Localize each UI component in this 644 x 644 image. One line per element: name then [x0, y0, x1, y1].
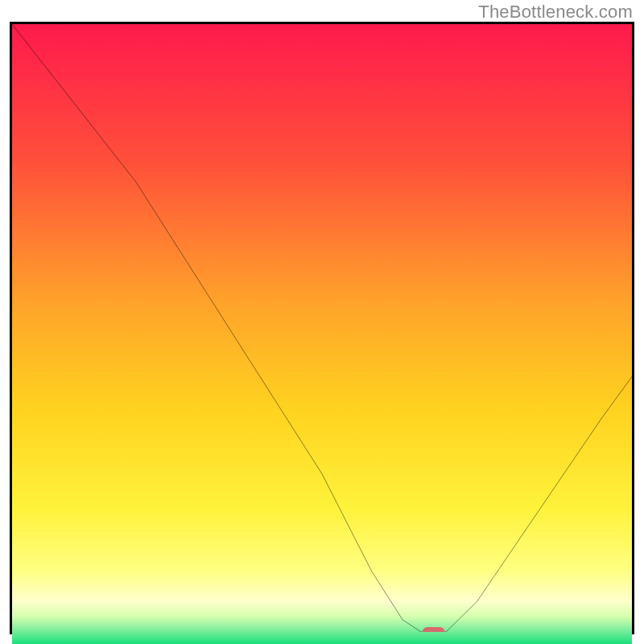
svg-rect-0	[12, 24, 632, 644]
chart-frame	[10, 22, 634, 634]
watermark-text: TheBottleneck.com	[478, 2, 633, 23]
chart-background-gradient	[12, 24, 632, 644]
